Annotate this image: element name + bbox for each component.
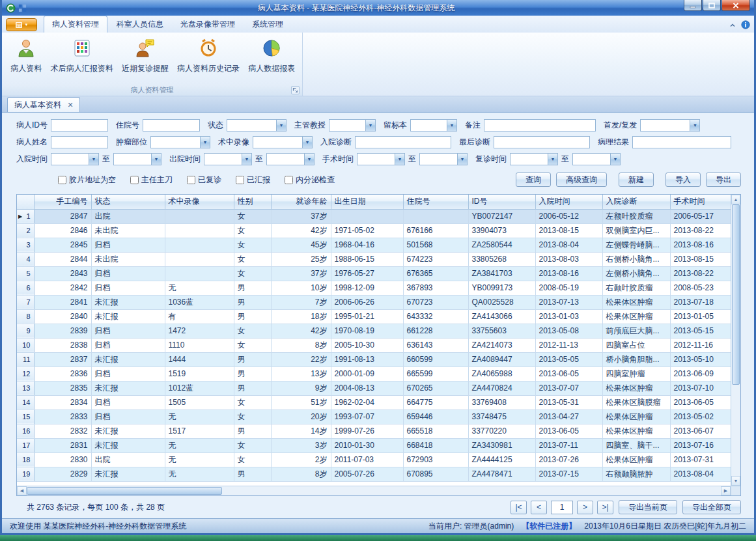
new-button[interactable]: 新建 (619, 173, 654, 187)
scroll-up-icon[interactable]: ▲ (731, 195, 740, 204)
grid-cell[interactable]: 女 (234, 252, 271, 266)
combo-input[interactable] (253, 137, 302, 148)
grid-cell[interactable]: 2013-07-26 (535, 452, 602, 467)
grid-cell[interactable]: 45岁 (271, 238, 331, 252)
grid-cell[interactable] (165, 252, 234, 266)
grid-cell[interactable]: 1472 (165, 324, 234, 338)
dropdown-button[interactable]: ▼ (610, 154, 620, 165)
filter-checkbox[interactable]: 内分泌检查 (285, 174, 335, 186)
grid-cell[interactable]: 1110 (165, 338, 234, 352)
dropdown-button[interactable]: ▼ (690, 120, 699, 131)
grid-cell[interactable]: 归档 (91, 338, 165, 352)
grid-row[interactable]: 102838归档1110女8岁2005-10-30636143ZA4214073… (17, 338, 731, 352)
ribbon-item-history-clock[interactable]: 病人资料历史记录 (173, 36, 244, 76)
grid-cell[interactable]: 女 (234, 324, 271, 338)
grid-cell[interactable]: 2013-05-02 (670, 409, 731, 424)
grid-row[interactable]: 22846未出院女42岁1971-05-02676166339040732013… (17, 223, 731, 238)
grid-cell[interactable]: 1036蓝 (165, 295, 234, 309)
grid-row[interactable]: 162832未汇报1517男14岁1999-07-266655183377022… (17, 424, 731, 438)
column-header[interactable]: 出生日期 (331, 195, 403, 209)
grid-cell[interactable]: 2013-07-16 (670, 438, 731, 452)
grid-cell[interactable]: 8岁 (271, 338, 331, 352)
grid-cell[interactable]: 四脑室、脑干... (602, 438, 670, 452)
grid-cell[interactable] (165, 266, 234, 281)
grid-cell[interactable]: ZA3841703 (468, 266, 535, 281)
ribbon-tab-2[interactable]: 科室人员信息 (109, 16, 171, 33)
filter-checkbox[interactable]: 主任主刀 (130, 174, 173, 186)
ribbon-item-revisit-reminder[interactable]: 近期复诊提醒 (117, 36, 173, 76)
grid-cell[interactable]: 2013-05-15 (670, 324, 731, 338)
grid-cell[interactable]: 2839 (34, 324, 91, 338)
dialog-launcher-icon[interactable] (291, 86, 300, 94)
grid-cell[interactable]: 未汇报 (91, 309, 165, 324)
close-tab-icon[interactable]: × (68, 100, 73, 109)
grid-cell[interactable]: 2013-08-04 (670, 467, 731, 481)
prev-page-button[interactable]: < (531, 501, 547, 514)
grid-cell[interactable]: 1993-07-07 (331, 409, 403, 424)
grid-row[interactable]: 122836归档1519男13岁2000-01-09665599ZA406598… (17, 367, 731, 381)
grid-cell[interactable]: 无 (165, 409, 234, 424)
column-header[interactable]: ID号 (468, 195, 535, 209)
grid-cell[interactable]: 有 (165, 309, 234, 324)
grid-cell[interactable]: ZA4143066 (468, 309, 535, 324)
grid-cell[interactable]: 女 (234, 438, 271, 452)
grid-cell[interactable]: 2013-08-04 (535, 238, 602, 252)
grid-row[interactable]: 142834归档1505女51岁1962-02-0466477533769408… (17, 395, 731, 409)
dropdown-button[interactable]: ▼ (302, 137, 312, 148)
grid-cell[interactable]: 2013-05-05 (535, 352, 602, 367)
grid-cell[interactable]: 3岁 (271, 438, 331, 452)
grid-cell[interactable]: 松果体区肿瘤 (602, 295, 670, 309)
grid-cell[interactable] (331, 209, 403, 223)
grid-cell[interactable]: 2013-05-10 (670, 352, 731, 367)
grid-cell[interactable]: 25岁 (271, 252, 331, 266)
grid-cell[interactable]: 2013-01-03 (535, 309, 602, 324)
dropdown-button[interactable]: ▼ (89, 154, 98, 165)
grid-cell[interactable]: 661228 (403, 324, 468, 338)
grid-cell[interactable]: YB0099173 (468, 281, 535, 295)
combo-input[interactable] (267, 154, 304, 165)
grid-cell[interactable]: 18岁 (271, 309, 331, 324)
grid-cell[interactable]: ZA4444125 (468, 452, 535, 467)
grid-cell[interactable]: 未汇报 (91, 424, 165, 438)
column-header[interactable]: 就诊年龄 (271, 195, 331, 209)
grid-cell[interactable]: 2842 (34, 281, 91, 295)
grid-cell[interactable]: 四脑室肿瘤 (602, 367, 670, 381)
grid-cell[interactable]: 10岁 (271, 281, 331, 295)
grid-cell[interactable]: 2013-04-27 (535, 409, 602, 424)
grid-cell[interactable]: 2013-07-07 (535, 381, 602, 395)
checkbox[interactable] (236, 176, 244, 184)
grid-cell[interactable]: 20岁 (271, 409, 331, 424)
grid-cell[interactable]: 668418 (403, 438, 468, 452)
grid-cell[interactable]: 未汇报 (91, 352, 165, 367)
grid-row[interactable]: 32845归档女45岁1968-04-16501568ZA25805442013… (17, 238, 731, 252)
grid-cell[interactable]: 左侧桥小脑角... (602, 266, 670, 281)
grid-cell[interactable]: 1971-05-02 (331, 223, 403, 238)
checkbox[interactable] (58, 176, 66, 184)
filter-input[interactable] (51, 136, 108, 148)
grid-cell[interactable] (165, 238, 234, 252)
page-number-input[interactable] (551, 501, 573, 514)
grid-cell[interactable]: 2836 (34, 367, 91, 381)
grid-cell[interactable]: 672903 (403, 452, 468, 467)
vertical-scrollbar-track[interactable] (731, 385, 740, 476)
filter-input[interactable] (143, 119, 200, 132)
grid-cell[interactable]: 2013-06-09 (670, 367, 731, 381)
grid-cell[interactable]: 664775 (403, 395, 468, 409)
dropdown-button[interactable]: ▼ (304, 154, 314, 165)
grid-cell[interactable]: 2008-05-23 (670, 281, 731, 295)
filter-input[interactable] (632, 136, 731, 148)
grid-cell[interactable]: 2005-10-30 (331, 338, 403, 352)
combo-input[interactable] (411, 120, 447, 131)
grid-cell[interactable]: 松果体区肿瘤 (602, 424, 670, 438)
combo-input[interactable] (641, 120, 690, 131)
last-page-button[interactable]: >| (597, 501, 613, 514)
import-button[interactable]: 导入 (665, 173, 701, 187)
grid-cell[interactable]: 男 (234, 281, 271, 295)
grid-cell[interactable]: 670895 (403, 467, 468, 481)
grid-cell[interactable]: 归档 (91, 238, 165, 252)
grid-cell[interactable]: 1519 (165, 367, 234, 381)
grid-cell[interactable]: 归档 (91, 266, 165, 281)
grid-cell[interactable]: 1505 (165, 395, 234, 409)
grid-row[interactable]: 72841未汇报1036蓝男7岁2006-06-26670723QA002552… (17, 295, 731, 309)
grid-cell[interactable]: ZA4065988 (468, 367, 535, 381)
